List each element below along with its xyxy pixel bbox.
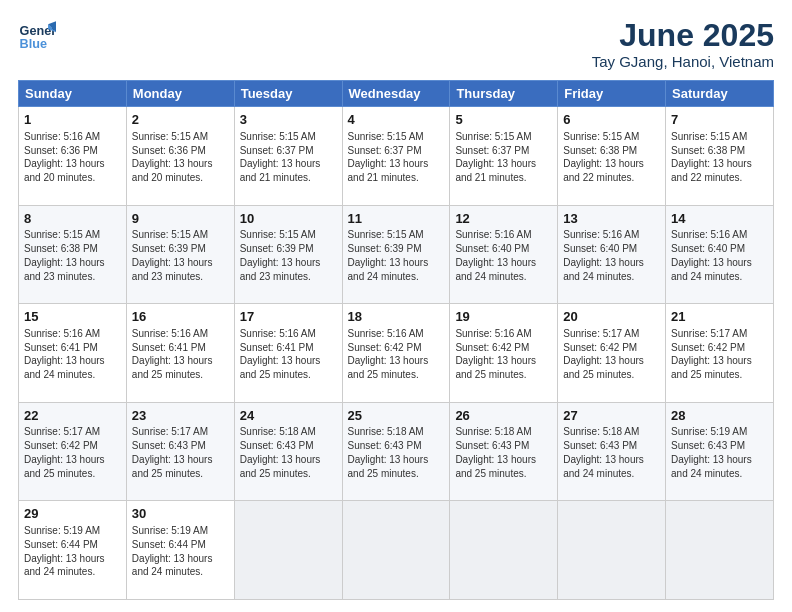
- table-row: 7Sunrise: 5:15 AMSunset: 6:38 PMDaylight…: [666, 107, 774, 206]
- table-row: 5Sunrise: 5:15 AMSunset: 6:37 PMDaylight…: [450, 107, 558, 206]
- day-number: 15: [24, 308, 121, 326]
- table-row: 24Sunrise: 5:18 AMSunset: 6:43 PMDayligh…: [234, 402, 342, 501]
- table-row: [666, 501, 774, 600]
- col-tuesday: Tuesday: [234, 81, 342, 107]
- day-number: 7: [671, 111, 768, 129]
- day-info: Sunrise: 5:16 AMSunset: 6:41 PMDaylight:…: [24, 328, 105, 380]
- day-info: Sunrise: 5:16 AMSunset: 6:42 PMDaylight:…: [348, 328, 429, 380]
- col-thursday: Thursday: [450, 81, 558, 107]
- table-row: 30Sunrise: 5:19 AMSunset: 6:44 PMDayligh…: [126, 501, 234, 600]
- main-title: June 2025: [592, 18, 774, 53]
- table-row: 18Sunrise: 5:16 AMSunset: 6:42 PMDayligh…: [342, 304, 450, 403]
- table-row: [234, 501, 342, 600]
- day-info: Sunrise: 5:19 AMSunset: 6:44 PMDaylight:…: [24, 525, 105, 577]
- table-row: [342, 501, 450, 600]
- day-number: 20: [563, 308, 660, 326]
- day-number: 11: [348, 210, 445, 228]
- calendar-week-row: 1Sunrise: 5:16 AMSunset: 6:36 PMDaylight…: [19, 107, 774, 206]
- day-number: 25: [348, 407, 445, 425]
- calendar-week-row: 15Sunrise: 5:16 AMSunset: 6:41 PMDayligh…: [19, 304, 774, 403]
- day-number: 18: [348, 308, 445, 326]
- table-row: 22Sunrise: 5:17 AMSunset: 6:42 PMDayligh…: [19, 402, 127, 501]
- day-info: Sunrise: 5:17 AMSunset: 6:42 PMDaylight:…: [671, 328, 752, 380]
- table-row: 2Sunrise: 5:15 AMSunset: 6:36 PMDaylight…: [126, 107, 234, 206]
- table-row: [558, 501, 666, 600]
- day-number: 6: [563, 111, 660, 129]
- table-row: 23Sunrise: 5:17 AMSunset: 6:43 PMDayligh…: [126, 402, 234, 501]
- day-info: Sunrise: 5:17 AMSunset: 6:42 PMDaylight:…: [24, 426, 105, 478]
- calendar-week-row: 29Sunrise: 5:19 AMSunset: 6:44 PMDayligh…: [19, 501, 774, 600]
- day-info: Sunrise: 5:18 AMSunset: 6:43 PMDaylight:…: [563, 426, 644, 478]
- day-number: 26: [455, 407, 552, 425]
- col-wednesday: Wednesday: [342, 81, 450, 107]
- day-info: Sunrise: 5:16 AMSunset: 6:42 PMDaylight:…: [455, 328, 536, 380]
- day-number: 24: [240, 407, 337, 425]
- table-row: 27Sunrise: 5:18 AMSunset: 6:43 PMDayligh…: [558, 402, 666, 501]
- day-info: Sunrise: 5:15 AMSunset: 6:36 PMDaylight:…: [132, 131, 213, 183]
- table-row: 17Sunrise: 5:16 AMSunset: 6:41 PMDayligh…: [234, 304, 342, 403]
- day-info: Sunrise: 5:18 AMSunset: 6:43 PMDaylight:…: [348, 426, 429, 478]
- day-info: Sunrise: 5:15 AMSunset: 6:37 PMDaylight:…: [348, 131, 429, 183]
- day-number: 10: [240, 210, 337, 228]
- logo: General Blue: [18, 18, 56, 56]
- day-number: 21: [671, 308, 768, 326]
- table-row: 12Sunrise: 5:16 AMSunset: 6:40 PMDayligh…: [450, 205, 558, 304]
- table-row: 25Sunrise: 5:18 AMSunset: 6:43 PMDayligh…: [342, 402, 450, 501]
- table-row: 14Sunrise: 5:16 AMSunset: 6:40 PMDayligh…: [666, 205, 774, 304]
- day-info: Sunrise: 5:15 AMSunset: 6:37 PMDaylight:…: [455, 131, 536, 183]
- calendar-header-row: Sunday Monday Tuesday Wednesday Thursday…: [19, 81, 774, 107]
- day-info: Sunrise: 5:16 AMSunset: 6:40 PMDaylight:…: [455, 229, 536, 281]
- table-row: 13Sunrise: 5:16 AMSunset: 6:40 PMDayligh…: [558, 205, 666, 304]
- day-info: Sunrise: 5:15 AMSunset: 6:39 PMDaylight:…: [240, 229, 321, 281]
- page: General Blue June 2025 Tay GJang, Hanoi,…: [0, 0, 792, 612]
- col-sunday: Sunday: [19, 81, 127, 107]
- day-number: 19: [455, 308, 552, 326]
- table-row: 16Sunrise: 5:16 AMSunset: 6:41 PMDayligh…: [126, 304, 234, 403]
- calendar-table: Sunday Monday Tuesday Wednesday Thursday…: [18, 80, 774, 600]
- day-info: Sunrise: 5:17 AMSunset: 6:42 PMDaylight:…: [563, 328, 644, 380]
- table-row: 9Sunrise: 5:15 AMSunset: 6:39 PMDaylight…: [126, 205, 234, 304]
- table-row: 6Sunrise: 5:15 AMSunset: 6:38 PMDaylight…: [558, 107, 666, 206]
- day-number: 12: [455, 210, 552, 228]
- day-number: 23: [132, 407, 229, 425]
- table-row: 11Sunrise: 5:15 AMSunset: 6:39 PMDayligh…: [342, 205, 450, 304]
- table-row: 29Sunrise: 5:19 AMSunset: 6:44 PMDayligh…: [19, 501, 127, 600]
- table-row: 28Sunrise: 5:19 AMSunset: 6:43 PMDayligh…: [666, 402, 774, 501]
- calendar-week-row: 8Sunrise: 5:15 AMSunset: 6:38 PMDaylight…: [19, 205, 774, 304]
- day-info: Sunrise: 5:16 AMSunset: 6:40 PMDaylight:…: [671, 229, 752, 281]
- table-row: 20Sunrise: 5:17 AMSunset: 6:42 PMDayligh…: [558, 304, 666, 403]
- header: General Blue June 2025 Tay GJang, Hanoi,…: [18, 18, 774, 70]
- table-row: 21Sunrise: 5:17 AMSunset: 6:42 PMDayligh…: [666, 304, 774, 403]
- day-info: Sunrise: 5:17 AMSunset: 6:43 PMDaylight:…: [132, 426, 213, 478]
- day-number: 1: [24, 111, 121, 129]
- table-row: [450, 501, 558, 600]
- day-number: 9: [132, 210, 229, 228]
- table-row: 26Sunrise: 5:18 AMSunset: 6:43 PMDayligh…: [450, 402, 558, 501]
- col-friday: Friday: [558, 81, 666, 107]
- table-row: 8Sunrise: 5:15 AMSunset: 6:38 PMDaylight…: [19, 205, 127, 304]
- day-number: 17: [240, 308, 337, 326]
- subtitle: Tay GJang, Hanoi, Vietnam: [592, 53, 774, 70]
- day-info: Sunrise: 5:19 AMSunset: 6:43 PMDaylight:…: [671, 426, 752, 478]
- day-number: 4: [348, 111, 445, 129]
- table-row: 1Sunrise: 5:16 AMSunset: 6:36 PMDaylight…: [19, 107, 127, 206]
- col-monday: Monday: [126, 81, 234, 107]
- day-number: 30: [132, 505, 229, 523]
- day-number: 2: [132, 111, 229, 129]
- day-info: Sunrise: 5:15 AMSunset: 6:38 PMDaylight:…: [24, 229, 105, 281]
- day-info: Sunrise: 5:18 AMSunset: 6:43 PMDaylight:…: [240, 426, 321, 478]
- logo-icon: General Blue: [18, 18, 56, 56]
- table-row: 3Sunrise: 5:15 AMSunset: 6:37 PMDaylight…: [234, 107, 342, 206]
- day-info: Sunrise: 5:15 AMSunset: 6:38 PMDaylight:…: [563, 131, 644, 183]
- day-number: 16: [132, 308, 229, 326]
- day-info: Sunrise: 5:18 AMSunset: 6:43 PMDaylight:…: [455, 426, 536, 478]
- svg-text:Blue: Blue: [20, 37, 47, 51]
- table-row: 15Sunrise: 5:16 AMSunset: 6:41 PMDayligh…: [19, 304, 127, 403]
- day-info: Sunrise: 5:15 AMSunset: 6:39 PMDaylight:…: [348, 229, 429, 281]
- day-info: Sunrise: 5:15 AMSunset: 6:37 PMDaylight:…: [240, 131, 321, 183]
- title-block: June 2025 Tay GJang, Hanoi, Vietnam: [592, 18, 774, 70]
- day-number: 5: [455, 111, 552, 129]
- day-info: Sunrise: 5:16 AMSunset: 6:41 PMDaylight:…: [240, 328, 321, 380]
- day-number: 3: [240, 111, 337, 129]
- table-row: 10Sunrise: 5:15 AMSunset: 6:39 PMDayligh…: [234, 205, 342, 304]
